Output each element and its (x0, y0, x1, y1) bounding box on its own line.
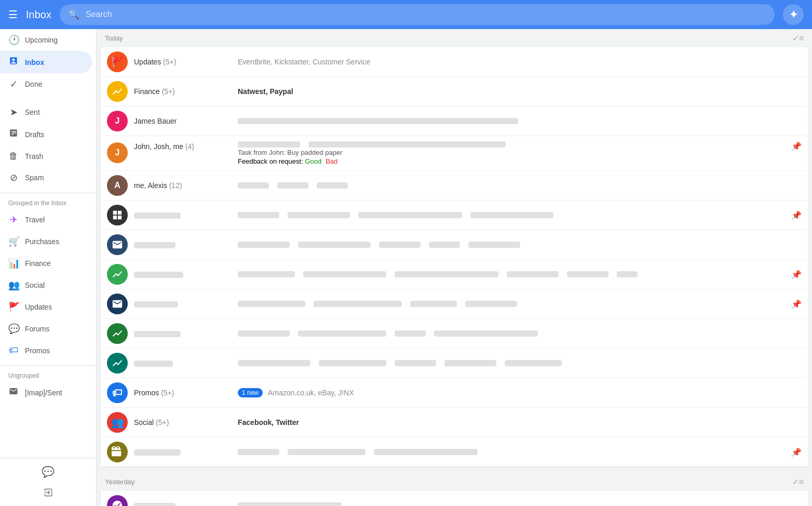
email-row-promos[interactable]: 🏷 Promos (5+) 1 new Amazon.co.uk, eBay, … (101, 378, 808, 408)
body-14 (238, 449, 787, 455)
sidebar-item-done[interactable]: ✓ Done (0, 73, 92, 95)
sidebar: 🕐 Upcoming Inbox ✓ Done ➤ Sent Drafts 🗑 … (0, 29, 97, 506)
sidebar-label-finance: Finance (25, 259, 51, 268)
avatar-finance (107, 81, 128, 102)
menu-icon[interactable]: ☰ (8, 8, 18, 21)
finance-icon: 📊 (8, 258, 19, 269)
sidebar-item-upcoming[interactable]: 🕐 Upcoming (0, 29, 92, 51)
signout-icon[interactable] (39, 483, 58, 502)
email-row-social[interactable]: 👥 Social (5+) Facebook, Twitter (101, 408, 808, 437)
sidebar-item-trash[interactable]: 🗑 Trash (0, 145, 92, 167)
sender-promos: Promos (5+) (134, 389, 238, 397)
promos-badge: 1 new (238, 388, 263, 397)
check-icon: ✓ (8, 78, 19, 90)
yesterday-done-icon[interactable]: ✓≡ (792, 477, 804, 487)
body-6 (238, 212, 787, 218)
feedback-good[interactable]: Good (305, 157, 321, 165)
sidebar-label-spam: Spam (25, 174, 44, 182)
sidebar-item-purchases[interactable]: 🛒 Purchases (0, 231, 92, 252)
sidebar-label-updates: Updates (25, 303, 52, 311)
search-icon: 🔍 (68, 9, 79, 20)
body-9 (238, 301, 787, 307)
sidebar-item-social[interactable]: 👥 Social (0, 274, 92, 296)
body-john: Task from John: Buy padded paper Feedbac… (238, 141, 787, 165)
avatar-10 (107, 323, 128, 344)
body-10 (238, 330, 802, 337)
sidebar-label-drafts: Drafts (25, 130, 44, 139)
drafts-icon (8, 128, 19, 140)
email-row-alexis[interactable]: A me, Alexis (12) (101, 171, 808, 201)
sender-social: Social (5+) (134, 418, 238, 427)
email-row-john[interactable]: J John, Josh, me (4) Task from John: Buy… (101, 136, 808, 171)
feedback-bad[interactable]: Bad (326, 157, 337, 165)
body-8 (238, 271, 787, 277)
svg-rect-0 (113, 211, 117, 215)
avatar-promos: 🏷 (107, 382, 128, 403)
feedback-icon[interactable]: 💬 (39, 462, 58, 481)
sender-11 (134, 359, 238, 367)
sidebar-item-drafts[interactable]: Drafts (0, 123, 92, 145)
avatar-8 (107, 264, 128, 285)
sidebar-label-purchases: Purchases (25, 237, 59, 246)
sidebar-item-updates[interactable]: 🚩 Updates (0, 296, 92, 318)
email-row-updates[interactable]: 🚩 Updates (5+) Eventbrite, Kickstarter, … (101, 47, 808, 77)
sidebar-item-forums[interactable]: 💬 Forums (0, 318, 92, 340)
sender-updates: Updates (5+) (134, 58, 238, 66)
search-input[interactable] (86, 10, 766, 19)
clock-icon: 🕐 (8, 34, 19, 46)
email-main: Today ✓≡ 🚩 Updates (5+) Eventbrite, Kick… (97, 29, 812, 506)
body-7 (238, 242, 802, 248)
updates-icon: 🚩 (8, 301, 19, 313)
email-row-finance[interactable]: Finance (5+) Natwest, Paypal (101, 77, 808, 106)
ungrouped-section-label: Ungrouped (0, 366, 96, 381)
sidebar-label-trash: Trash (25, 152, 43, 161)
email-row-8[interactable]: 📌 (101, 260, 808, 289)
sidebar-item-imap-sent[interactable]: [Imap]/Sent (0, 381, 92, 404)
avatar-14 (107, 442, 128, 462)
inbox-icon (8, 56, 19, 68)
snippet-john-blurred (308, 141, 506, 148)
snippet-updates: Eventbrite, Kickstarter, Customer Servic… (238, 58, 370, 66)
compose-button[interactable]: ✦ (783, 4, 804, 25)
body-y1 (238, 502, 802, 506)
yesterday-label: Yesterday (105, 478, 134, 486)
email-row-11[interactable] (101, 349, 808, 378)
svg-rect-1 (118, 211, 121, 215)
email-row-6[interactable]: 📌 (101, 201, 808, 230)
email-row-y1[interactable] (101, 491, 808, 506)
sidebar-item-inbox[interactable]: Inbox (0, 51, 92, 73)
email-row-7[interactable] (101, 230, 808, 260)
imap-icon (8, 387, 19, 398)
sidebar-label-imap-sent: [Imap]/Sent (25, 389, 62, 397)
email-row-9[interactable]: 📌 (101, 289, 808, 319)
today-label: Today (105, 34, 123, 42)
sender-alexis: me, Alexis (12) (134, 181, 238, 190)
email-row-10[interactable] (101, 319, 808, 349)
sidebar-label-done: Done (25, 80, 42, 88)
body-finance: Natwest, Paypal (238, 87, 802, 96)
email-row-james[interactable]: J James Bauer (101, 106, 808, 136)
body-james (238, 118, 802, 124)
sidebar-label-social: Social (25, 281, 45, 289)
feedback-john: Feedback on request: GoodBad (238, 157, 787, 165)
mark-done-icon[interactable]: ✓≡ (792, 33, 804, 43)
sidebar-item-sent[interactable]: ➤ Sent (0, 101, 92, 123)
avatar-6 (107, 205, 128, 225)
search-bar: 🔍 (60, 4, 775, 25)
sidebar-item-travel[interactable]: ✈ Travel (0, 209, 92, 231)
sidebar-item-promos[interactable]: 🏷 Promos (0, 340, 92, 361)
sender-finance: Finance (5+) (134, 87, 238, 96)
pin-8: 📌 (791, 270, 802, 279)
sender-10 (134, 329, 238, 338)
yesterday-email-list: S Sam Bellswater You're invited to 📌 (101, 491, 808, 506)
sidebar-label-travel: Travel (25, 216, 45, 224)
sender-6 (134, 211, 238, 219)
pin-9: 📌 (791, 299, 802, 309)
sidebar-item-spam[interactable]: ⊘ Spam (0, 167, 92, 189)
yesterday-section-header: Yesterday ✓≡ (97, 473, 812, 491)
email-row-14[interactable]: 📌 (101, 437, 808, 467)
sidebar-item-finance[interactable]: 📊 Finance (0, 252, 92, 274)
travel-icon: ✈ (8, 214, 19, 225)
sidebar-label-upcoming: Upcoming (25, 36, 58, 44)
body-alexis (238, 182, 802, 189)
